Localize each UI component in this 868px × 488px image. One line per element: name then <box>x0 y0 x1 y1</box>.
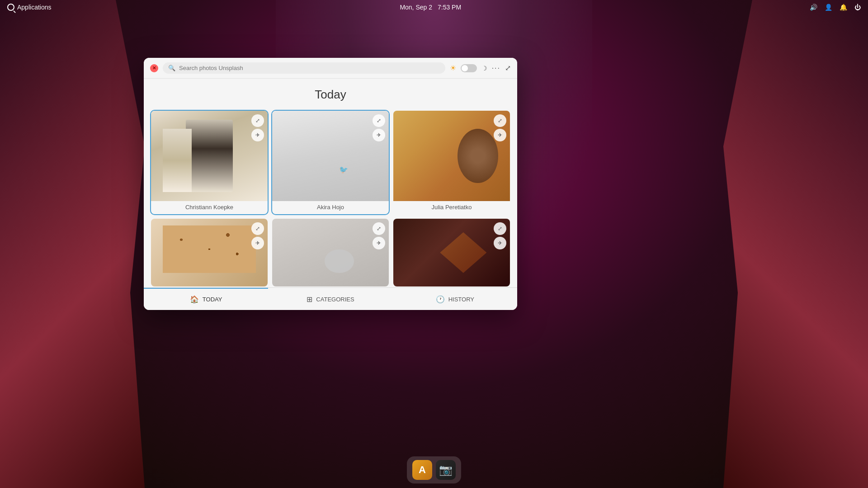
date-label: Mon, Sep 2 <box>400 4 432 11</box>
top-bar: Applications Mon, Sep 2 7:53 PM 🔊 👤 🔔 ⏻ <box>0 0 868 14</box>
share-photo-btn-5[interactable]: ✈ <box>373 237 385 249</box>
taskbar-dock: A 📷 <box>407 456 461 483</box>
time-label: 7:53 PM <box>438 4 461 11</box>
tab-categories-label: CATEGORIES <box>316 296 354 303</box>
more-options-icon[interactable]: ··· <box>492 64 500 72</box>
photo-grid-row2: ⤢ ✈ ⤢ ✈ ⤢ ✈ <box>151 219 510 286</box>
expand-icon[interactable]: ⤢ <box>505 64 511 72</box>
share-photo-btn-2[interactable]: ✈ <box>373 129 385 141</box>
history-icon: 🕐 <box>436 295 445 304</box>
dock-icon-font-manager[interactable]: A <box>412 460 432 480</box>
expand-photo-btn-5[interactable]: ⤢ <box>373 222 385 235</box>
photo-author-1: Christiann Koepke <box>151 201 268 214</box>
moon-icon: ☽ <box>481 65 487 72</box>
photo-overlay-6: ⤢ ✈ <box>490 219 510 253</box>
tab-today[interactable]: 🏠 TODAY <box>144 288 268 310</box>
close-button[interactable]: ✕ <box>150 64 158 72</box>
tab-today-label: TODAY <box>203 296 222 303</box>
applications-menu[interactable]: Applications <box>7 4 52 11</box>
tab-history[interactable]: 🕐 HISTORY <box>393 288 517 310</box>
share-photo-btn-4[interactable]: ✈ <box>251 237 264 249</box>
photo-author-2: Akira Hojo <box>272 201 389 214</box>
photo-author-3: Julia Peretiatko <box>393 201 510 214</box>
dock-icon-camera[interactable]: 📷 <box>436 460 456 480</box>
header-controls: ☀ ☽ ··· ⤢ <box>450 64 511 72</box>
share-photo-btn-1[interactable]: ✈ <box>251 129 264 141</box>
share-photo-btn-3[interactable]: ✈ <box>494 129 506 141</box>
bottom-nav: 🏠 TODAY ⊞ CATEGORIES 🕐 HISTORY <box>144 287 517 310</box>
photo-overlay-4: ⤢ ✈ <box>248 219 268 253</box>
search-bar-icon: 🔍 <box>168 65 175 71</box>
categories-icon: ⊞ <box>307 295 312 304</box>
photo-card-2[interactable]: ⤢ ✈ Akira Hojo <box>272 111 389 214</box>
expand-photo-btn-6[interactable]: ⤢ <box>494 222 506 235</box>
tab-categories[interactable]: ⊞ CATEGORIES <box>268 288 392 310</box>
photo-overlay-2: ⤢ ✈ <box>369 111 389 145</box>
camera-icon-label: 📷 <box>439 464 453 476</box>
users-icon[interactable]: 👤 <box>825 4 832 11</box>
volume-icon[interactable]: 🔊 <box>810 4 817 11</box>
today-icon: 🏠 <box>190 295 199 304</box>
app-window: ✕ 🔍 ☀ ☽ ··· ⤢ Today ⤢ ✈ Christiann Koe <box>144 58 517 310</box>
expand-photo-btn-2[interactable]: ⤢ <box>373 114 385 127</box>
photo-card-4[interactable]: ⤢ ✈ <box>151 219 268 286</box>
sun-icon: ☀ <box>450 64 456 72</box>
window-header: ✕ 🔍 ☀ ☽ ··· ⤢ <box>144 58 517 79</box>
photo-card-1[interactable]: ⤢ ✈ Christiann Koepke <box>151 111 268 214</box>
share-photo-btn-6[interactable]: ✈ <box>494 237 506 249</box>
notifications-icon[interactable]: 🔔 <box>840 4 847 11</box>
search-input[interactable] <box>179 65 440 71</box>
power-icon[interactable]: ⏻ <box>854 4 861 11</box>
search-bar[interactable]: 🔍 <box>163 62 445 74</box>
window-main[interactable]: Today ⤢ ✈ Christiann Koepke ⤢ ✈ Akira Ho… <box>144 79 517 287</box>
applications-label: Applications <box>17 4 52 11</box>
photo-grid-row1: ⤢ ✈ Christiann Koepke ⤢ ✈ Akira Hojo ⤢ <box>151 111 510 214</box>
expand-photo-btn-3[interactable]: ⤢ <box>494 114 506 127</box>
photo-overlay-1: ⤢ ✈ <box>248 111 268 145</box>
font-icon-label: A <box>419 464 426 476</box>
photo-card-3[interactable]: ⤢ ✈ Julia Peretiatko <box>393 111 510 214</box>
theme-toggle[interactable] <box>461 64 477 72</box>
page-title: Today <box>151 88 510 102</box>
expand-photo-btn-4[interactable]: ⤢ <box>251 222 264 235</box>
tab-history-label: HISTORY <box>448 296 474 303</box>
expand-photo-btn-1[interactable]: ⤢ <box>251 114 264 127</box>
photo-overlay-3: ⤢ ✈ <box>490 111 510 145</box>
photo-card-5[interactable]: ⤢ ✈ <box>272 219 389 286</box>
search-icon <box>7 4 14 11</box>
photo-card-6[interactable]: ⤢ ✈ <box>393 219 510 286</box>
photo-overlay-5: ⤢ ✈ <box>369 219 389 253</box>
